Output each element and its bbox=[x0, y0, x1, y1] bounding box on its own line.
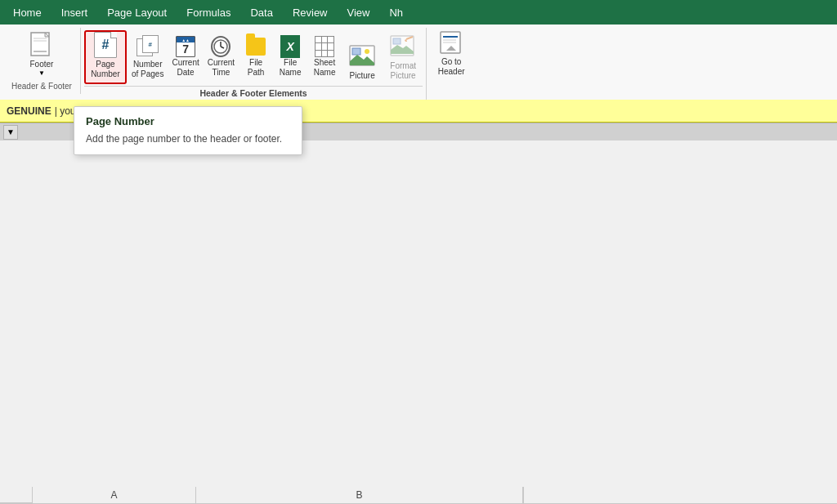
sheet-name-label: SheetName bbox=[314, 58, 336, 78]
menu-formulas[interactable]: Formulas bbox=[177, 0, 240, 25]
tooltip: Page Number Add the page number to the h… bbox=[74, 106, 302, 155]
tooltip-description: Add the page number to the header or foo… bbox=[86, 132, 290, 146]
menu-nh[interactable]: Nh bbox=[379, 0, 413, 25]
current-date-label: CurrentDate bbox=[172, 58, 199, 78]
current-date-button[interactable]: ▲▲ 7 CurrentDate bbox=[168, 30, 202, 84]
sheet-tab-arrow[interactable]: ▼ bbox=[3, 125, 18, 140]
file-name-label: FileName bbox=[280, 58, 302, 78]
current-date-icon: ▲▲ 7 bbox=[176, 37, 195, 56]
app-container: Home Insert Page Layout Formulas Data Re… bbox=[0, 0, 837, 504]
file-path-button[interactable]: FilePath bbox=[239, 30, 272, 84]
svg-rect-9 bbox=[352, 48, 360, 55]
tooltip-title: Page Number bbox=[86, 115, 290, 127]
page-number-button[interactable]: # PageNumber bbox=[84, 30, 127, 84]
svg-point-11 bbox=[365, 49, 369, 54]
format-picture-label: FormatPicture bbox=[390, 61, 416, 81]
go-to-header-button[interactable]: Go toHeader bbox=[432, 31, 471, 80]
tab-arrow-icon: ▼ bbox=[7, 127, 15, 136]
file-path-icon bbox=[246, 37, 266, 56]
sheet-name-icon bbox=[315, 37, 334, 56]
number-of-pages-label: Numberof Pages bbox=[132, 60, 163, 79]
format-picture-icon bbox=[390, 33, 416, 60]
spreadsheet-area: A B bbox=[0, 140, 837, 504]
number-of-pages-button[interactable]: # # Numberof Pages bbox=[128, 30, 167, 84]
footer-button[interactable]: Footer ▼ bbox=[24, 31, 60, 80]
file-name-icon: X bbox=[280, 37, 300, 56]
menu-view[interactable]: View bbox=[338, 0, 380, 25]
footer-label: Footer bbox=[30, 60, 54, 69]
main-sheet-area bbox=[0, 140, 837, 487]
menu-review[interactable]: Review bbox=[283, 0, 338, 25]
file-path-label: FilePath bbox=[248, 58, 265, 78]
menu-home[interactable]: Home bbox=[3, 0, 51, 25]
footer-icon bbox=[29, 32, 55, 58]
file-name-button[interactable]: X FileName bbox=[274, 30, 307, 84]
current-time-button[interactable]: CurrentTime bbox=[204, 30, 238, 84]
col-header-b: B bbox=[196, 487, 523, 503]
page-number-icon: # bbox=[92, 32, 119, 58]
picture-label: Picture bbox=[350, 71, 375, 81]
page-number-label: PageNumber bbox=[91, 60, 120, 79]
sheet-name-button[interactable]: SheetName bbox=[308, 30, 341, 84]
col-header-a: A bbox=[33, 487, 196, 503]
picture-button[interactable]: Picture bbox=[342, 30, 382, 84]
warning-bold-text: GENUINE bbox=[7, 105, 51, 117]
current-time-icon bbox=[211, 37, 231, 56]
format-picture-button[interactable]: FormatPicture bbox=[383, 30, 423, 84]
content-area: GENUINE | you may be a victim of softwar… bbox=[0, 100, 837, 504]
current-time-label: CurrentTime bbox=[208, 58, 235, 78]
picture-icon bbox=[349, 43, 375, 69]
menu-data[interactable]: Data bbox=[240, 0, 282, 25]
svg-rect-13 bbox=[393, 38, 401, 44]
num-pages-icon: # # bbox=[137, 35, 159, 58]
ribbon: Footer ▼ Header & Footer # PageNumb bbox=[0, 25, 837, 100]
hfe-group-label: Header & Footer Elements bbox=[84, 86, 423, 98]
menu-page-layout[interactable]: Page Layout bbox=[97, 0, 177, 25]
go-to-header-label: Go toHeader bbox=[438, 57, 465, 77]
go-to-header-icon bbox=[438, 29, 464, 56]
menu-insert[interactable]: Insert bbox=[51, 0, 98, 25]
footer-group-label: Header & Footer bbox=[11, 82, 72, 91]
column-headers: A B bbox=[0, 487, 837, 504]
menu-bar: Home Insert Page Layout Formulas Data Re… bbox=[0, 0, 837, 25]
